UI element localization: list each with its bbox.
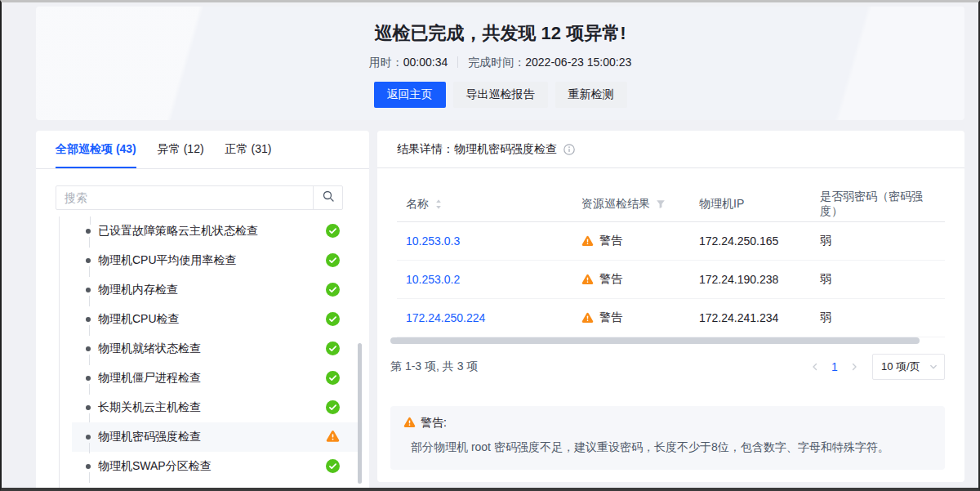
- cell-name: 10.253.0.2: [397, 273, 572, 286]
- tab-abnormal[interactable]: 异常 (12): [158, 131, 204, 168]
- bullet-icon: [86, 288, 91, 292]
- next-page-icon[interactable]: [844, 357, 864, 377]
- check-circle-icon: [326, 341, 340, 355]
- prev-page-icon[interactable]: [805, 357, 825, 377]
- table-row: 172.24.250.224警告172.24.241.234弱: [397, 299, 945, 337]
- inspection-meta: 用时： 00:00:34 完成时间： 2022-06-23 15:00:23: [36, 54, 964, 70]
- check-list-panel: 全部巡检项 (43) 异常 (12) 正常 (31) 已设置故障策略云主机状态检…: [36, 131, 369, 488]
- result-table-header: 名称 资源巡检结果 物理机IP 是否弱密码（密码强度）: [397, 186, 945, 222]
- bullet-icon: [86, 464, 91, 469]
- check-item-label: 已设置故障策略云主机状态检查: [98, 224, 258, 239]
- resource-link[interactable]: 172.24.250.224: [406, 311, 485, 324]
- result-status-label: 警告: [599, 310, 622, 325]
- check-circle-icon: [326, 400, 340, 414]
- info-icon[interactable]: [564, 144, 575, 155]
- check-list: 已设置故障策略云主机状态检查物理机CPU平均使用率检查物理机内存检查物理机CPU…: [36, 216, 369, 488]
- result-table: 名称 资源巡检结果 物理机IP 是否弱密码（密码强度）: [397, 186, 945, 337]
- warning-triangle-icon: [581, 312, 594, 324]
- table-row: 10.253.0.2警告172.24.190.238弱: [397, 261, 945, 299]
- warning-alert-title: 警告:: [421, 414, 447, 431]
- column-name-label: 名称: [406, 197, 429, 212]
- bullet-icon: [86, 405, 91, 410]
- resource-link[interactable]: 10.253.0.2: [406, 273, 460, 286]
- page-size-select[interactable]: 10 项/页: [872, 354, 945, 380]
- check-item-label: 物理机僵尸进程检查: [98, 371, 201, 386]
- pagination-summary: 第 1-3 项, 共 3 项: [390, 359, 478, 374]
- column-result-label: 资源巡检结果: [581, 197, 650, 212]
- check-item-label: 物理机SWAP分区检查: [98, 459, 212, 474]
- warning-alert: 警告: 部分物理机 root 密码强度不足，建议重设密码，长度不少于8位，包含数…: [390, 406, 945, 470]
- check-item[interactable]: 物理机就绪状态检查: [72, 334, 363, 364]
- check-item-label: 物理机内存检查: [98, 283, 178, 297]
- tab-all-checks[interactable]: 全部巡检项 (43): [56, 131, 136, 168]
- bullet-icon: [86, 435, 91, 440]
- meta-divider: [457, 56, 458, 68]
- check-item[interactable]: 物理机CPU检查: [72, 305, 363, 334]
- check-item[interactable]: 长期关机云主机检查: [72, 393, 363, 422]
- bullet-icon: [86, 317, 91, 322]
- pager: 1 10 项/页: [805, 354, 945, 380]
- banner-actions: 返回主页 导出巡检报告 重新检测: [36, 82, 964, 108]
- table-row: 10.253.0.3警告172.24.250.165弱: [397, 222, 945, 261]
- column-ip-label: 物理机IP: [699, 197, 744, 212]
- check-item[interactable]: 物理机SWAP分区检查: [72, 452, 363, 481]
- page-title: 巡检已完成，共发现 12 项异常!: [36, 21, 964, 46]
- cell-weak-password: 弱: [811, 272, 945, 287]
- inspection-result-banner: 巡检已完成，共发现 12 项异常! 用时： 00:00:34 完成时间： 202…: [36, 7, 964, 120]
- back-home-button[interactable]: 返回主页: [374, 82, 446, 108]
- export-report-button[interactable]: 导出巡检报告: [453, 82, 548, 108]
- check-circle-icon: [326, 371, 340, 385]
- cell-result: 警告: [572, 272, 690, 287]
- result-detail-check-name: 物理机密码强度检查: [454, 142, 557, 157]
- pagination: 第 1-3 项, 共 3 项 1 10 项/页: [390, 354, 945, 380]
- cell-ip: 172.24.250.165: [690, 234, 811, 248]
- result-detail-header: 结果详情： 物理机密码强度检查: [377, 131, 964, 168]
- cell-ip: 172.24.190.238: [690, 273, 811, 286]
- finish-time-value: 2022-06-23 15:00:23: [525, 54, 631, 70]
- result-status-label: 警告: [599, 272, 622, 287]
- app-window: 巡检已完成，共发现 12 项异常! 用时： 00:00:34 完成时间： 202…: [0, 0, 980, 491]
- column-weak-password: 是否弱密码（密码强度）: [811, 190, 945, 219]
- check-circle-icon: [326, 253, 340, 267]
- vertical-scrollbar[interactable]: [358, 343, 362, 484]
- check-item[interactable]: 已设置故障策略云主机状态检查: [72, 216, 363, 246]
- page-title-suffix: 项异常!: [561, 23, 626, 43]
- search-input[interactable]: [56, 191, 313, 204]
- result-detail-panel: 结果详情： 物理机密码强度检查 名称 资源巡检结果: [377, 131, 964, 482]
- current-page[interactable]: 1: [825, 360, 844, 373]
- anomaly-count: 12: [541, 23, 561, 43]
- duration-value: 00:00:34: [403, 54, 448, 70]
- column-result: 资源巡检结果: [572, 197, 690, 212]
- check-list-tabs: 全部巡检项 (43) 异常 (12) 正常 (31): [36, 131, 369, 169]
- check-item[interactable]: 物理机内存检查: [72, 275, 363, 305]
- cell-name: 10.253.0.3: [397, 234, 572, 248]
- check-circle-icon: [326, 224, 340, 238]
- warning-triangle-icon: [326, 430, 340, 444]
- tab-normal[interactable]: 正常 (31): [225, 131, 272, 168]
- result-detail-label: 结果详情：: [397, 142, 454, 157]
- warning-triangle-icon: [581, 274, 594, 285]
- recheck-button[interactable]: 重新检测: [555, 82, 627, 108]
- bullet-icon: [86, 258, 91, 263]
- bullet-icon: [86, 229, 91, 234]
- cell-name: 172.24.250.224: [397, 311, 572, 324]
- check-item[interactable]: 物理机CPU平均使用率检查: [72, 246, 363, 275]
- check-circle-icon: [326, 283, 340, 297]
- finish-time-label: 完成时间：: [468, 54, 525, 70]
- result-table-body: 10.253.0.3警告172.24.250.165弱10.253.0.2警告1…: [397, 222, 945, 337]
- filter-icon[interactable]: [656, 199, 666, 209]
- column-name: 名称: [397, 197, 572, 212]
- chevron-down-icon: [929, 363, 938, 371]
- cell-result: 警告: [572, 310, 690, 325]
- sort-icon[interactable]: [434, 199, 443, 210]
- check-item-label: 物理机密码强度检查: [98, 430, 201, 444]
- result-status-label: 警告: [599, 234, 622, 248]
- horizontal-scrollbar[interactable]: [390, 337, 920, 344]
- warning-alert-title-row: 警告:: [403, 414, 932, 431]
- check-item[interactable]: 物理机僵尸进程检查: [72, 364, 363, 393]
- resource-link[interactable]: 10.253.0.3: [406, 234, 460, 248]
- search-button[interactable]: [313, 186, 342, 209]
- warning-triangle-icon: [403, 417, 416, 428]
- check-item[interactable]: 物理机密码强度检查: [72, 422, 363, 452]
- check-item-label: 物理机就绪状态检查: [98, 341, 201, 356]
